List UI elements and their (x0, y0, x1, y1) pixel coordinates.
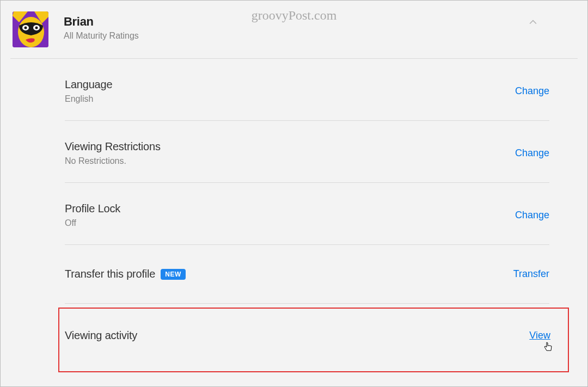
profile-maturity: All Maturity Ratings (64, 31, 139, 41)
profile-lock-title: Profile Lock (65, 202, 120, 215)
cursor-icon (544, 342, 553, 354)
transfer-button[interactable]: Transfer (513, 268, 549, 280)
svg-point-5 (35, 27, 38, 29)
language-title: Language (65, 78, 112, 91)
viewing-restrictions-row: Viewing Restrictions No Restrictions. Ch… (65, 121, 549, 183)
new-badge: NEW (161, 269, 186, 280)
change-language-button[interactable]: Change (515, 85, 549, 97)
profile-lock-value: Off (65, 218, 120, 228)
avatar[interactable] (13, 11, 48, 47)
viewing-restrictions-value: No Restrictions. (65, 156, 161, 166)
profile-lock-row: Profile Lock Off Change (65, 183, 549, 245)
language-row: Language English Change (65, 59, 549, 121)
svg-point-4 (24, 27, 27, 29)
transfer-title-text: Transfer this profile (65, 268, 155, 280)
view-activity-button[interactable]: View (529, 330, 550, 341)
profile-name: Brian (64, 15, 139, 29)
viewing-activity-highlight: Viewing activity View (58, 308, 569, 372)
chevron-up-icon[interactable] (528, 17, 538, 30)
transfer-profile-title: Transfer this profile NEW (65, 268, 186, 280)
language-value: English (65, 94, 112, 104)
viewing-activity-title: Viewing activity (65, 329, 137, 342)
transfer-profile-row: Transfer this profile NEW Transfer (65, 245, 549, 304)
change-profile-lock-button[interactable]: Change (515, 210, 549, 221)
change-restrictions-button[interactable]: Change (515, 148, 549, 159)
viewing-restrictions-title: Viewing Restrictions (65, 140, 161, 153)
profile-header: Brian All Maturity Ratings (1, 1, 587, 58)
